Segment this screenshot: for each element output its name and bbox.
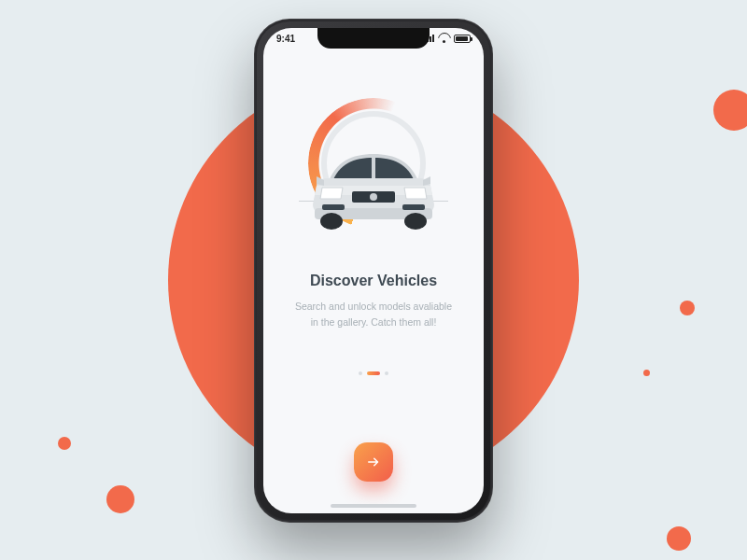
- decor-dot: [643, 370, 650, 376]
- hero-illustration: [263, 84, 484, 243]
- wifi-icon: [439, 35, 450, 43]
- svg-point-7: [404, 213, 427, 230]
- arrow-right-icon: [365, 454, 382, 470]
- onboarding-subtitle: Search and unlock models avaliable in th…: [291, 299, 456, 330]
- decor-dot: [680, 301, 695, 315]
- svg-point-2: [370, 193, 377, 201]
- page-indicator: [263, 371, 484, 375]
- car-icon: [303, 143, 444, 232]
- page-dot-active[interactable]: [367, 371, 380, 375]
- svg-rect-5: [402, 204, 425, 210]
- status-time: 9:41: [276, 34, 295, 44]
- decor-dot: [106, 485, 134, 513]
- device-notch: [317, 28, 430, 49]
- decor-dot: [713, 90, 747, 131]
- svg-point-6: [320, 213, 343, 230]
- battery-icon: [454, 35, 471, 43]
- page-dot[interactable]: [359, 371, 362, 375]
- page-dot[interactable]: [385, 371, 388, 375]
- phone-mockup: 9:41: [254, 19, 493, 523]
- onboarding-title: Discover Vehicles: [263, 273, 484, 289]
- home-indicator[interactable]: [331, 504, 416, 508]
- decor-dot: [58, 437, 71, 450]
- app-screen: 9:41: [263, 28, 484, 513]
- next-button[interactable]: [354, 442, 393, 482]
- svg-rect-4: [322, 204, 345, 210]
- decor-dot: [667, 526, 691, 551]
